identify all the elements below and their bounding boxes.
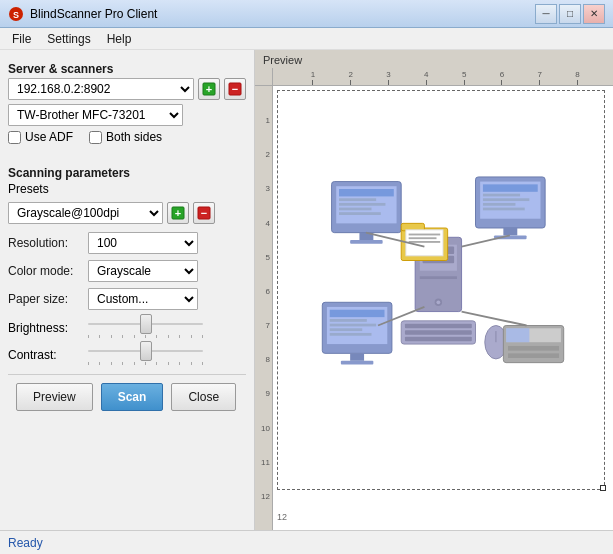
scanner-input-row: TW-Brother MFC-73201	[8, 104, 246, 126]
status-bar: Ready	[0, 530, 613, 554]
svg-rect-59	[508, 346, 559, 351]
presets-label: Presets	[8, 182, 49, 196]
contrast-label: Contrast:	[8, 348, 88, 362]
right-panel: Preview 12345678 123456789101112	[255, 50, 613, 530]
preview-button[interactable]: Preview	[16, 383, 93, 411]
svg-rect-54	[350, 353, 364, 360]
server-address-select[interactable]: 192.168.0.2:8902	[8, 78, 194, 100]
svg-rect-60	[508, 353, 559, 358]
scanner-select[interactable]: TW-Brother MFC-73201	[8, 104, 183, 126]
close-button[interactable]: Close	[171, 383, 236, 411]
both-sides-checkbox[interactable]	[89, 131, 102, 144]
ruler-h-mark-8: 8	[575, 68, 579, 85]
svg-text:S: S	[13, 10, 19, 20]
scan-button[interactable]: Scan	[101, 383, 164, 411]
svg-line-62	[462, 235, 510, 246]
add-preset-icon: +	[171, 206, 185, 220]
svg-rect-40	[409, 241, 441, 243]
ruler-vertical: 123456789101112	[255, 86, 273, 530]
svg-rect-51	[330, 324, 376, 327]
svg-rect-26	[503, 228, 517, 235]
scanning-section: Scanning parameters Presets Grayscale@10…	[8, 162, 246, 370]
ruler-horizontal: 12345678	[273, 68, 613, 86]
svg-rect-18	[350, 240, 383, 244]
remove-server-button[interactable]: −	[224, 78, 246, 100]
svg-rect-32	[420, 276, 457, 279]
menu-help[interactable]: Help	[99, 30, 140, 48]
brightness-label: Brightness:	[8, 321, 88, 335]
svg-rect-22	[483, 194, 520, 197]
svg-rect-50	[330, 319, 367, 322]
ruler-h-mark-7: 7	[537, 68, 541, 85]
svg-rect-24	[483, 203, 516, 206]
svg-text:+: +	[175, 207, 181, 219]
use-adf-label: Use ADF	[25, 130, 73, 144]
svg-rect-58	[506, 328, 529, 342]
scan-area: 12	[273, 86, 613, 530]
main-content: Server & scanners 192.168.0.2:8902 + −	[0, 50, 613, 530]
svg-rect-13	[339, 198, 376, 201]
preview-image-container	[293, 106, 593, 480]
contrast-row: Contrast:	[8, 343, 246, 366]
server-section: Server & scanners 192.168.0.2:8902 + −	[8, 58, 246, 150]
server-input-row: 192.168.0.2:8902 + −	[8, 78, 246, 100]
title-bar-left: S BlindScanner Pro Client	[8, 6, 157, 22]
bottom-button-bar: Preview Scan Close	[8, 374, 246, 419]
menu-bar: File Settings Help	[0, 28, 613, 50]
contrast-slider-container	[88, 343, 203, 366]
svg-rect-44	[405, 337, 472, 342]
presets-label-row: Presets	[8, 182, 246, 196]
paper-size-label: Paper size:	[8, 292, 88, 306]
ruler-label-12: 12	[277, 512, 287, 522]
color-mode-select[interactable]: Grayscale Color Black & White	[88, 260, 198, 282]
both-sides-checkbox-label[interactable]: Both sides	[89, 130, 162, 144]
remove-server-icon: −	[228, 82, 242, 96]
network-diagram-svg	[303, 163, 583, 423]
use-adf-checkbox-label[interactable]: Use ADF	[8, 130, 73, 144]
resolution-select[interactable]: 100 200 300 600	[88, 232, 198, 254]
contrast-slider[interactable]	[88, 343, 203, 359]
left-panel: Server & scanners 192.168.0.2:8902 + −	[0, 50, 255, 530]
svg-rect-55	[341, 361, 374, 365]
svg-rect-16	[339, 212, 381, 215]
svg-rect-53	[330, 333, 372, 336]
ruler-h-mark-5: 5	[462, 68, 466, 85]
close-window-button[interactable]: ✕	[583, 4, 605, 24]
minimize-button[interactable]: ─	[535, 4, 557, 24]
svg-rect-43	[405, 330, 472, 335]
svg-rect-39	[409, 237, 437, 239]
selection-handle-br[interactable]	[600, 485, 606, 491]
contrast-ticks	[88, 362, 203, 366]
add-server-button[interactable]: +	[198, 78, 220, 100]
menu-settings[interactable]: Settings	[39, 30, 98, 48]
preview-label: Preview	[263, 54, 302, 66]
svg-rect-25	[483, 208, 525, 211]
preset-select[interactable]: Grayscale@100dpi	[8, 202, 163, 224]
svg-rect-42	[405, 324, 472, 329]
status-text: Ready	[8, 536, 43, 550]
svg-rect-14	[339, 203, 385, 206]
svg-point-34	[437, 300, 441, 304]
resolution-label: Resolution:	[8, 236, 88, 250]
brightness-slider-container	[88, 316, 203, 339]
svg-rect-15	[339, 208, 372, 211]
svg-rect-49	[330, 310, 385, 317]
add-preset-button[interactable]: +	[167, 202, 189, 224]
brightness-slider[interactable]	[88, 316, 203, 332]
title-bar: S BlindScanner Pro Client ─ □ ✕	[0, 0, 613, 28]
remove-preset-icon: −	[197, 206, 211, 220]
paper-size-row: Paper size: Custom... A4 Letter	[8, 288, 246, 310]
add-server-icon: +	[202, 82, 216, 96]
brightness-row: Brightness:	[8, 316, 246, 339]
use-adf-checkbox[interactable]	[8, 131, 21, 144]
title-bar-controls: ─ □ ✕	[535, 4, 605, 24]
paper-size-select[interactable]: Custom... A4 Letter	[88, 288, 198, 310]
ruler-h-mark-3: 3	[386, 68, 390, 85]
ruler-h-mark-1: 1	[311, 68, 315, 85]
remove-preset-button[interactable]: −	[193, 202, 215, 224]
app-icon: S	[8, 6, 24, 22]
server-section-title: Server & scanners	[8, 62, 246, 76]
maximize-button[interactable]: □	[559, 4, 581, 24]
svg-rect-38	[409, 234, 441, 236]
menu-file[interactable]: File	[4, 30, 39, 48]
